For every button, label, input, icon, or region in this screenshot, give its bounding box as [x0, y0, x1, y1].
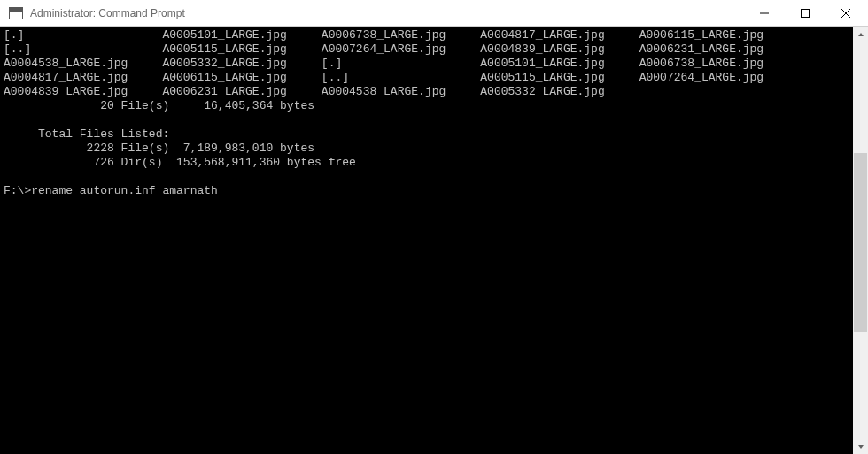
- maximize-button[interactable]: [785, 0, 825, 26]
- scroll-up-button[interactable]: [853, 27, 868, 42]
- chevron-up-icon: [857, 31, 864, 38]
- client-area: [.] A0005101_LARGE.jpg A0006738_LARGE.jp…: [0, 27, 868, 454]
- close-icon: [841, 9, 850, 18]
- svg-marker-4: [858, 33, 864, 36]
- window-controls: [744, 0, 866, 26]
- maximize-icon: [801, 9, 810, 18]
- title-bar: Administrator: Command Prompt: [0, 0, 868, 27]
- scroll-down-button[interactable]: [853, 439, 868, 454]
- close-button[interactable]: [825, 0, 866, 26]
- cmd-icon: [9, 7, 23, 19]
- terminal-output[interactable]: [.] A0005101_LARGE.jpg A0006738_LARGE.jp…: [0, 27, 853, 454]
- minimize-icon: [760, 9, 769, 18]
- svg-marker-5: [858, 445, 864, 449]
- scroll-thumb[interactable]: [854, 153, 867, 332]
- window-title: Administrator: Command Prompt: [28, 7, 744, 19]
- svg-rect-1: [802, 9, 810, 17]
- chevron-down-icon: [857, 443, 864, 450]
- scrollbar[interactable]: [853, 27, 868, 454]
- scroll-track[interactable]: [853, 42, 868, 439]
- minimize-button[interactable]: [744, 0, 785, 26]
